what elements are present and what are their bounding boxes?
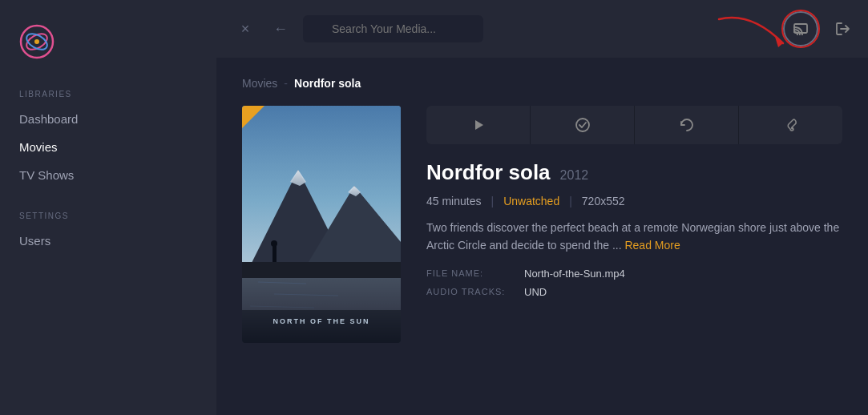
- detail-layout: NORTH OF THE SUN: [242, 106, 842, 343]
- sidebar-item-movies[interactable]: Movies: [0, 133, 216, 161]
- poster-background: NORTH OF THE SUN: [242, 106, 401, 343]
- cast-icon: [793, 22, 809, 35]
- sidebar-item-label: Users: [19, 234, 50, 248]
- svg-marker-22: [475, 120, 483, 130]
- poster-wrapper: NORTH OF THE SUN: [242, 106, 401, 343]
- meta-divider-2: |: [569, 195, 572, 208]
- movie-poster: NORTH OF THE SUN: [242, 106, 401, 343]
- poster-corner-badge: [242, 106, 264, 128]
- file-info: FILE NAME: North-of-the-Sun.mp4 AUDIO TR…: [426, 268, 842, 298]
- svg-point-16: [271, 240, 277, 247]
- settings-label: SETTINGS: [0, 212, 216, 227]
- check-circle-icon: [575, 117, 591, 133]
- sidebar: LIBRARIES Dashboard Movies TV Shows SETT…: [0, 0, 216, 415]
- sidebar-item-label: Movies: [19, 140, 58, 154]
- logout-button[interactable]: [834, 20, 852, 38]
- app-logo: [19, 24, 55, 59]
- svg-rect-20: [242, 310, 401, 343]
- svg-text:NORTH OF THE SUN: NORTH OF THE SUN: [273, 317, 370, 325]
- audio-tracks-row: AUDIO TRACKS: UND: [426, 286, 842, 298]
- back-icon: ←: [273, 21, 288, 38]
- settings-button[interactable]: [739, 106, 842, 144]
- svg-rect-6: [794, 24, 807, 33]
- svg-rect-14: [242, 262, 401, 278]
- movie-resolution: 720x552: [582, 195, 625, 208]
- action-buttons-row: [426, 106, 842, 144]
- main-content: × ←: [216, 0, 868, 415]
- close-button[interactable]: ×: [232, 16, 258, 42]
- sidebar-item-users[interactable]: Users: [0, 227, 216, 255]
- svg-point-23: [576, 119, 589, 131]
- logo-area: [0, 16, 216, 83]
- search-input[interactable]: [303, 15, 483, 42]
- refresh-icon: [679, 117, 695, 133]
- movie-status: Unwatched: [503, 195, 559, 208]
- poster-scene: NORTH OF THE SUN: [242, 106, 401, 343]
- file-name-value: North-of-the-Sun.mp4: [524, 268, 625, 280]
- sidebar-item-label: Dashboard: [19, 112, 78, 126]
- svg-marker-7: [775, 37, 783, 47]
- movie-description: Two friends discover the perfect beach a…: [426, 219, 842, 255]
- file-name-label: FILE NAME:: [426, 268, 515, 278]
- content-area: Movies - Nordfor sola: [216, 58, 868, 415]
- close-icon: ×: [241, 21, 250, 38]
- info-panel: Nordfor sola 2012 45 minutes | Unwatched…: [426, 106, 842, 343]
- mark-watched-button[interactable]: [531, 106, 634, 144]
- movie-duration: 45 minutes: [426, 195, 481, 208]
- search-wrapper: [303, 15, 534, 42]
- file-name-row: FILE NAME: North-of-the-Sun.mp4: [426, 268, 842, 280]
- sidebar-item-dashboard[interactable]: Dashboard: [0, 105, 216, 133]
- movie-title: Nordfor sola: [426, 160, 551, 185]
- breadcrumb: Movies - Nordfor sola: [242, 77, 842, 90]
- logout-icon: [834, 20, 852, 38]
- refresh-button[interactable]: [635, 106, 738, 144]
- libraries-label: LIBRARIES: [0, 90, 216, 105]
- read-more-link[interactable]: Read More: [624, 239, 680, 252]
- svg-rect-15: [273, 246, 277, 262]
- movie-year: 2012: [560, 168, 589, 183]
- header: × ←: [216, 0, 868, 58]
- breadcrumb-separator: -: [284, 77, 288, 90]
- meta-row: 45 minutes | Unwatched | 720x552: [426, 195, 842, 208]
- svg-point-24: [791, 127, 793, 130]
- svg-point-3: [34, 39, 39, 44]
- breadcrumb-parent[interactable]: Movies: [242, 77, 277, 90]
- meta-divider-1: |: [491, 195, 494, 208]
- play-button[interactable]: [426, 106, 530, 144]
- play-icon: [471, 118, 486, 132]
- sidebar-item-label: TV Shows: [19, 168, 74, 182]
- wrench-icon: [783, 117, 799, 133]
- title-row: Nordfor sola 2012: [426, 160, 842, 185]
- audio-tracks-value: UND: [524, 286, 547, 298]
- back-button[interactable]: ←: [268, 16, 293, 42]
- breadcrumb-current: Nordfor sola: [294, 77, 361, 90]
- cast-area: [783, 11, 818, 46]
- cast-button[interactable]: [783, 11, 818, 46]
- audio-tracks-label: AUDIO TRACKS:: [426, 287, 515, 296]
- sidebar-item-tv-shows[interactable]: TV Shows: [0, 161, 216, 189]
